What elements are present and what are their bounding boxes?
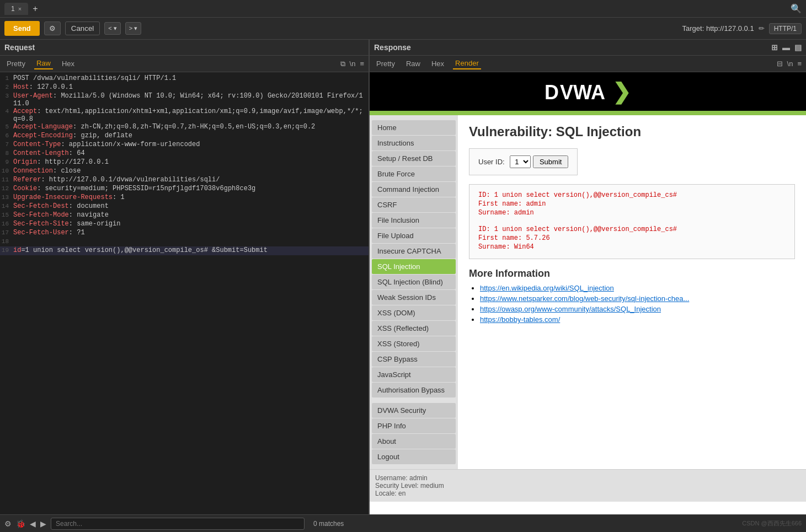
dvwa-sidebar: HomeInstructionsSetup / Reset DBBrute Fo…	[370, 115, 458, 469]
more-icon[interactable]: ≡	[360, 60, 364, 68]
header-value: : navigate	[69, 211, 109, 219]
payload-eq: =	[21, 246, 25, 254]
tab-pretty[interactable]: Pretty	[4, 58, 28, 69]
response-pane: Response ⊞ ▬ ▤ Pretty Raw Hex Render ⊟ \…	[370, 40, 806, 514]
request-header: Request	[0, 40, 369, 56]
header-value: : Mozilla/5.0 (Windows NT 10.0; Win64; x…	[13, 92, 363, 108]
sidebar-item-home[interactable]: Home	[372, 120, 456, 135]
line-content: Sec-Fetch-Mode: navigate	[13, 211, 369, 220]
header-value: : same-origin	[69, 220, 121, 228]
payload-value: 1 union select version(),@@version_compi…	[25, 246, 268, 254]
more-info-link[interactable]: https://en.wikipedia.org/wiki/SQL_inject…	[480, 284, 614, 292]
header-value: : zh-CN,zh;q=0.8,zh-TW;q=0.7,zh-HK;q=0.5…	[73, 123, 315, 131]
sidebar-item-weak-session-ids[interactable]: Weak Session IDs	[372, 290, 456, 305]
sidebar-item-xss--stored-[interactable]: XSS (Stored)	[372, 336, 456, 351]
sidebar-item-xss--reflected-[interactable]: XSS (Reflected)	[372, 321, 456, 336]
request-line: 4Accept: text/html,application/xhtml+xml…	[0, 108, 369, 123]
sidebar-item-javascript[interactable]: JavaScript	[372, 367, 456, 382]
result-line: First name: 5.7.26	[478, 234, 786, 242]
nav-fwd-bottom[interactable]: ▶	[40, 519, 46, 528]
line-number: 19	[0, 246, 13, 255]
sidebar-item-insecure-captcha[interactable]: Insecure CAPTCHA	[372, 244, 456, 259]
send-button[interactable]: Send	[4, 21, 40, 36]
request-line: 6Accept-Encoding: gzip, deflate	[0, 132, 369, 141]
more-info-link[interactable]: https://owasp.org/www-community/attacks/…	[480, 305, 661, 313]
sidebar-item-sql-injection[interactable]: SQL Injection	[372, 259, 456, 274]
response-body: DVWA ❯ HomeInstructionsSetup / Reset DBB…	[370, 72, 806, 514]
sidebar-item-xss--dom-[interactable]: XSS (DOM)	[372, 305, 456, 320]
request-line: 12Cookie: security=medium; PHPSESSID=r15…	[0, 185, 369, 194]
http-version-badge[interactable]: HTTP/1	[769, 23, 802, 34]
response-view-icon1[interactable]: ⊞	[771, 43, 778, 52]
submit-button[interactable]: Submit	[533, 155, 568, 168]
cancel-button[interactable]: Cancel	[65, 22, 100, 35]
nav-fwd-button[interactable]: > ▾	[125, 22, 141, 35]
sidebar-item-file-inclusion[interactable]: File Inclusion	[372, 213, 456, 228]
sidebar-item-file-upload[interactable]: File Upload	[372, 228, 456, 243]
sidebar-item-sql-injection--blind-[interactable]: SQL Injection (Blind)	[372, 275, 456, 289]
copy-icon[interactable]: ⧉	[340, 60, 345, 68]
request-body[interactable]: 1POST /dvwa/vulnerabilities/sqli/ HTTP/1…	[0, 72, 369, 514]
request-line: 3User-Agent: Mozilla/5.0 (Windows NT 10.…	[0, 92, 369, 108]
tab-1[interactable]: 1 ×	[4, 3, 28, 15]
header-key: Sec-Fetch-User	[13, 229, 69, 237]
user-id-select[interactable]: 1	[510, 155, 531, 168]
target-info: Target: http://127.0.0.1 ✏ HTTP/1	[682, 23, 802, 34]
wrap-icon[interactable]: \n	[350, 60, 356, 68]
tab-resp-pretty[interactable]: Pretty	[374, 58, 397, 69]
new-tab-button[interactable]: +	[33, 4, 38, 14]
tab-resp-raw[interactable]: Raw	[404, 58, 423, 69]
settings-button[interactable]: ⚙	[44, 22, 61, 35]
header-value: : ?1	[69, 229, 85, 237]
sidebar-item-csrf[interactable]: CSRF	[372, 197, 456, 212]
resp-icon3[interactable]: ≡	[797, 60, 802, 68]
resp-icon2[interactable]: \n	[787, 60, 793, 68]
request-line: 9Origin: http://127.0.0.1	[0, 158, 369, 167]
sidebar-item-dvwa-security[interactable]: DVWA Security	[372, 403, 456, 418]
sidebar-item-about[interactable]: About	[372, 434, 456, 449]
sidebar-item-command-injection[interactable]: Command Injection	[372, 182, 456, 197]
line-content: Cookie: security=medium; PHPSESSID=r15np…	[13, 185, 369, 194]
line-number: 4	[0, 108, 13, 123]
sidebar-item-instructions[interactable]: Instructions	[372, 136, 456, 151]
dvwa-form-box: User ID: 1 Submit	[469, 148, 578, 175]
debug-bottom-icon[interactable]: 🐞	[16, 519, 25, 528]
response-header-icons: ⊞ ▬ ▤	[771, 43, 802, 52]
nav-back-button[interactable]: < ▾	[104, 22, 120, 35]
sidebar-item-php-info[interactable]: PHP Info	[372, 418, 456, 433]
header-value: : document	[69, 202, 109, 210]
global-search-icon[interactable]: 🔍	[791, 3, 802, 14]
footer-locale-value: en	[398, 490, 405, 497]
resp-icon1[interactable]: ⊟	[777, 60, 783, 68]
line-content: Sec-Fetch-Dest: document	[13, 202, 369, 211]
line-number: 11	[0, 176, 13, 185]
more-info-link[interactable]: https://www.netsparker.com/blog/web-secu…	[480, 294, 689, 303]
footer-security-label: Security Level:	[375, 482, 420, 490]
sidebar-item-authorisation-bypass[interactable]: Authorisation Bypass	[372, 383, 456, 397]
line-content: Content-Length: 64	[13, 149, 369, 158]
tab-raw[interactable]: Raw	[34, 58, 53, 69]
line-content: Accept: text/html,application/xhtml+xml,…	[13, 108, 369, 123]
request-line: 19id=1 union select version(),@@version_…	[0, 246, 369, 255]
tab-hex[interactable]: Hex	[60, 58, 77, 69]
response-view-icon3[interactable]: ▤	[794, 43, 802, 52]
sidebar-item-setup---reset-db[interactable]: Setup / Reset DB	[372, 151, 456, 166]
line-number: 12	[0, 185, 13, 194]
tab-resp-hex[interactable]: Hex	[429, 58, 446, 69]
line-number: 15	[0, 211, 13, 220]
sidebar-item-csp-bypass[interactable]: CSP Bypass	[372, 352, 456, 367]
more-info-link[interactable]: https://bobby-tables.com/	[480, 315, 560, 324]
sidebar-item-brute-force[interactable]: Brute Force	[372, 166, 456, 181]
edit-target-icon[interactable]: ✏	[759, 24, 765, 33]
tab-resp-render[interactable]: Render	[453, 58, 481, 69]
nav-back-bottom[interactable]: ◀	[30, 519, 36, 528]
search-input[interactable]	[51, 518, 305, 530]
request-line: 11Referer: http://127.0.0.1/dvwa/vulnera…	[0, 176, 369, 185]
request-line: 5Accept-Language: zh-CN,zh;q=0.8,zh-TW;q…	[0, 123, 369, 132]
dvwa-render: DVWA ❯ HomeInstructionsSetup / Reset DBB…	[370, 72, 806, 514]
settings-bottom-icon[interactable]: ⚙	[4, 519, 12, 528]
response-view-icon2[interactable]: ▬	[782, 43, 790, 52]
request-pane: Request Pretty Raw Hex ⧉ \n ≡ 1POST /dvw…	[0, 40, 370, 514]
tab-close-icon[interactable]: ×	[18, 6, 22, 12]
sidebar-item-logout[interactable]: Logout	[372, 449, 456, 464]
